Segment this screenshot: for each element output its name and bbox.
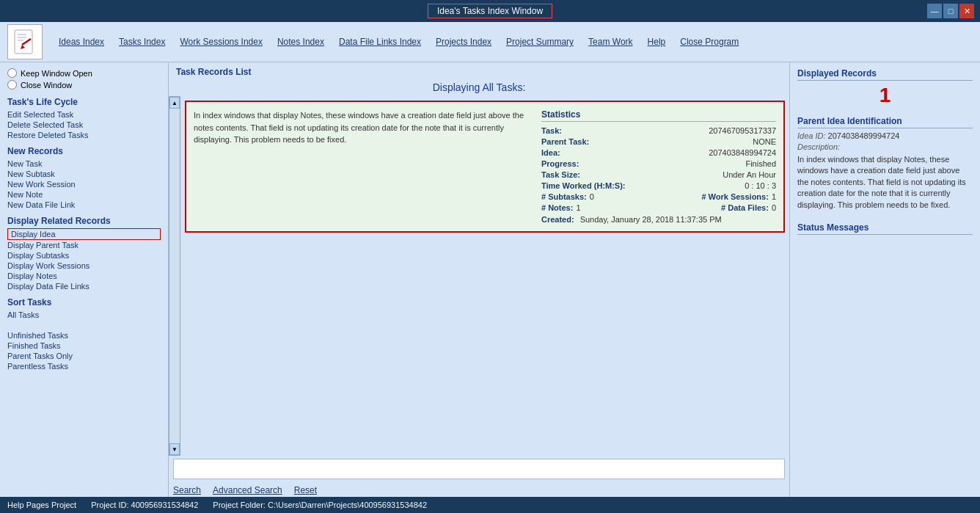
content-area: Task Records List Displaying All Tasks: … bbox=[169, 62, 789, 497]
title-bar: Idea's Tasks Index Window — □ ✕ bbox=[0, 0, 980, 22]
project-folder-label: Project Folder: bbox=[213, 501, 266, 509]
menu-projects-index[interactable]: Projects Index bbox=[428, 34, 499, 50]
search-controls: Search Advanced Search Reset bbox=[169, 482, 789, 497]
stat-data-files-label: # Data Files: bbox=[721, 203, 769, 212]
search-input-bar[interactable] bbox=[173, 459, 785, 479]
display-subtasks-link[interactable]: Display Subtasks bbox=[7, 250, 161, 261]
new-task-link[interactable]: New Task bbox=[7, 159, 161, 169]
display-work-sessions-link[interactable]: Display Work Sessions bbox=[7, 261, 161, 271]
menu-project-summary[interactable]: Project Summary bbox=[499, 34, 581, 50]
menu-close-program[interactable]: Close Program bbox=[673, 34, 746, 50]
stat-work-sessions-value: 1 bbox=[772, 192, 776, 201]
reset-link[interactable]: Reset bbox=[294, 485, 317, 495]
stat-progress-row: Progress: Finished bbox=[541, 159, 776, 168]
records-list: In index windows that display Notes, the… bbox=[180, 96, 789, 456]
new-work-session-link[interactable]: New Work Session bbox=[7, 179, 161, 189]
menu-items: Ideas Index Tasks Index Work Sessions In… bbox=[51, 34, 746, 50]
status-project-label: Help Pages Project bbox=[7, 501, 76, 509]
main-content: Keep Window Open Close Window Task's Lif… bbox=[0, 62, 980, 497]
main-window: Idea's Tasks Index Window — □ ✕ Ideas In… bbox=[0, 0, 980, 513]
keep-window-radio[interactable] bbox=[7, 68, 17, 78]
stat-parent-task-value: NONE bbox=[629, 137, 776, 146]
restore-deleted-tasks-link[interactable]: Restore Deleted Tasks bbox=[7, 130, 161, 140]
project-folder-value: C:\Users\Darren\Projects\400956931534842 bbox=[268, 501, 427, 509]
close-window-radio[interactable] bbox=[7, 80, 17, 90]
advanced-search-link[interactable]: Advanced Search bbox=[213, 485, 282, 495]
minimize-button[interactable]: — bbox=[927, 4, 942, 18]
displayed-records-title: Displayed Records bbox=[797, 68, 973, 81]
finished-tasks-link[interactable]: Finished Tasks bbox=[7, 341, 161, 351]
stat-progress-value: Finished bbox=[629, 159, 776, 168]
task-records-subheader: Displaying All Tasks: bbox=[169, 79, 789, 96]
delete-selected-task-link[interactable]: Delete Selected Task bbox=[7, 120, 161, 130]
status-project-id: Project ID: 400956931534842 bbox=[91, 501, 198, 509]
project-id-value: 400956931534842 bbox=[131, 501, 199, 509]
stat-idea-row: Idea: 207403848994724 bbox=[541, 148, 776, 157]
menu-help[interactable]: Help bbox=[640, 34, 673, 50]
status-project-folder: Project Folder: C:\Users\Darren\Projects… bbox=[213, 501, 427, 509]
description-label-field: Description: bbox=[797, 142, 973, 151]
window-mode-group: Keep Window Open Close Window bbox=[7, 68, 161, 90]
menu-tasks-index[interactable]: Tasks Index bbox=[111, 34, 172, 50]
sort-tasks-section-title: Sort Tasks bbox=[7, 297, 161, 308]
scroll-up-button[interactable]: ▲ bbox=[169, 97, 180, 109]
project-id-label: Project ID: bbox=[91, 501, 128, 509]
display-data-file-links-link[interactable]: Display Data File Links bbox=[7, 281, 161, 291]
stat-parent-task-label: Parent Task: bbox=[541, 137, 629, 146]
sidebar: Keep Window Open Close Window Task's Lif… bbox=[0, 62, 169, 497]
vertical-scrollbar[interactable]: ▲ ▼ bbox=[169, 96, 180, 456]
stat-progress-label: Progress: bbox=[541, 159, 629, 168]
menu-notes-index[interactable]: Notes Index bbox=[270, 34, 332, 50]
stat-notes-files-row: # Notes: 1 # Data Files: 0 bbox=[541, 203, 776, 212]
idea-id-field: Idea ID: 2074038489994724 bbox=[797, 131, 973, 140]
keep-window-label: Keep Window Open bbox=[21, 69, 92, 78]
status-messages-title: Status Messages bbox=[797, 222, 973, 235]
new-data-file-link-link[interactable]: New Data File Link bbox=[7, 200, 161, 210]
new-subtask-link[interactable]: New Subtask bbox=[7, 169, 161, 179]
display-related-section-title: Display Related Records bbox=[7, 216, 161, 226]
task-statistics: Statistics Task: 207467095317337 Parent … bbox=[541, 109, 776, 224]
parent-tasks-only-link[interactable]: Parent Tasks Only bbox=[7, 351, 161, 361]
parentless-tasks-link[interactable]: Parentless Tasks bbox=[7, 361, 161, 371]
stat-subtasks-label: # Subtasks: bbox=[541, 192, 587, 201]
task-description-text: In index windows that display Notes, the… bbox=[194, 109, 527, 224]
stat-task-row: Task: 207467095317337 bbox=[541, 126, 776, 135]
menu-data-file-links-index[interactable]: Data File Links Index bbox=[332, 34, 428, 50]
display-notes-link[interactable]: Display Notes bbox=[7, 271, 161, 281]
displayed-records-count: 1 bbox=[797, 84, 973, 107]
display-idea-link[interactable]: Display Idea bbox=[7, 228, 161, 240]
new-note-link[interactable]: New Note bbox=[7, 189, 161, 200]
unfinished-tasks-link[interactable]: Unfinished Tasks bbox=[7, 330, 161, 341]
menu-ideas-index[interactable]: Ideas Index bbox=[51, 34, 111, 50]
menu-work-sessions-index[interactable]: Work Sessions Index bbox=[172, 34, 270, 50]
menu-bar: Ideas Index Tasks Index Work Sessions In… bbox=[0, 22, 980, 62]
edit-selected-task-link[interactable]: Edit Selected Task bbox=[7, 109, 161, 120]
menu-team-work[interactable]: Team Work bbox=[581, 34, 640, 50]
stats-title: Statistics bbox=[541, 109, 776, 122]
scroll-down-button[interactable]: ▼ bbox=[169, 443, 180, 455]
lifecycle-section-title: Task's Life Cycle bbox=[7, 97, 161, 107]
keep-window-open-option[interactable]: Keep Window Open bbox=[7, 68, 161, 78]
stat-created-row: Created: Sunday, January 28, 2018 11:37:… bbox=[541, 215, 776, 224]
maximize-button[interactable]: □ bbox=[943, 4, 958, 18]
all-tasks-link[interactable]: All Tasks bbox=[7, 310, 161, 320]
close-button[interactable]: ✕ bbox=[959, 4, 974, 18]
stat-data-files-value: 0 bbox=[772, 203, 776, 212]
stat-idea-label: Idea: bbox=[541, 148, 629, 157]
stat-time-worked-label: Time Worked (H:M:S): bbox=[541, 181, 629, 190]
parent-idea-title: Parent Idea Identification bbox=[797, 116, 973, 128]
stat-work-sessions-label: # Work Sessions: bbox=[701, 192, 769, 201]
right-panel: Displayed Records 1 Parent Idea Identifi… bbox=[789, 62, 980, 497]
stat-subtasks-item: # Subtasks: 0 bbox=[541, 192, 594, 201]
close-window-option[interactable]: Close Window bbox=[7, 80, 161, 90]
status-bar: Help Pages Project Project ID: 400956931… bbox=[0, 497, 980, 513]
search-link[interactable]: Search bbox=[173, 485, 201, 495]
idea-id-label: Idea ID: bbox=[797, 131, 826, 140]
scroll-track[interactable] bbox=[169, 109, 180, 443]
stat-task-value: 207467095317337 bbox=[629, 126, 776, 135]
display-parent-task-link[interactable]: Display Parent Task bbox=[7, 240, 161, 250]
stat-created-label: Created: bbox=[541, 215, 574, 224]
stat-created-value: Sunday, January 28, 2018 11:37:35 PM bbox=[580, 215, 722, 224]
stat-task-size-value: Under An Hour bbox=[629, 170, 776, 179]
stat-notes-value: 1 bbox=[576, 203, 580, 212]
